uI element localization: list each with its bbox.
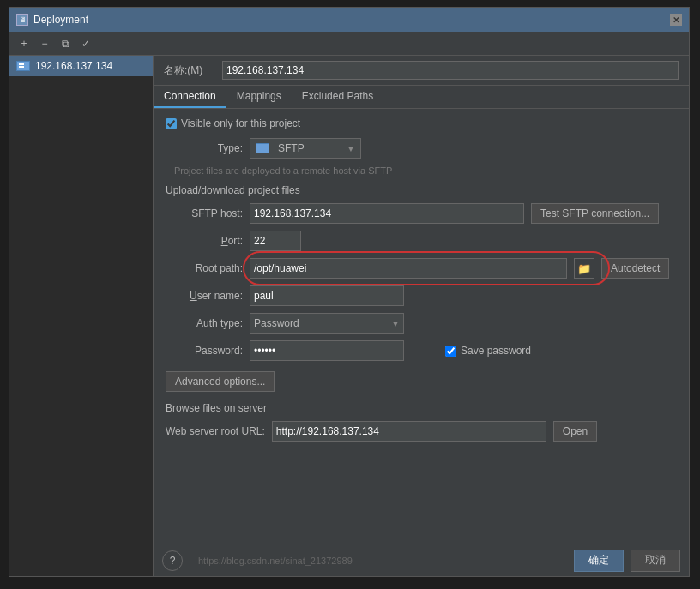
window-icon: 🖥 [16,14,28,26]
open-button[interactable]: Open [553,421,597,442]
password-row: Password: Save password [166,340,677,361]
chevron-down-icon: ▼ [347,144,355,153]
save-password-checkbox[interactable] [445,346,456,357]
username-row: User name: [166,285,677,306]
auth-type-label: Auth type: [166,317,243,329]
toolbar: + − ⧉ ✓ [9,32,689,56]
auth-type-select[interactable]: Password ▼ [250,313,404,334]
web-server-url-input[interactable] [272,421,546,442]
close-button[interactable]: ✕ [670,14,682,26]
name-label: 名称:(M) [164,63,215,78]
advanced-options-row: Advanced options... [166,371,677,392]
type-value: SFTP [278,142,305,154]
content-area: Visible only for this project Type: SFTP… [154,109,689,544]
root-path-row: Root path: 📁 Autodetect [166,258,677,279]
server-list: 192.168.137.134 [9,56,154,576]
password-input[interactable] [250,340,404,361]
type-select[interactable]: SFTP ▼ [250,138,361,159]
tabs: Connection Mappings Excluded Paths [154,86,689,109]
visible-checkbox[interactable] [166,118,177,129]
port-input[interactable] [250,231,301,251]
web-server-section: Browse files on server Web server root U… [166,402,677,442]
type-label: Type: [166,142,243,154]
bottom-bar: ? https://blog.csdn.net/sinat_21372989 确… [154,544,689,576]
root-path-input[interactable] [250,258,567,279]
sftp-host-input[interactable] [250,203,524,224]
password-label: Password: [166,345,243,357]
main-panel: 名称:(M) Connection Mappings Excluded Path… [154,56,689,576]
autodetect-button[interactable]: Autodetect [601,258,669,279]
folder-browse-button[interactable]: 📁 [574,258,594,279]
bottom-url-text: https://blog.csdn.net/sinat_21372989 [198,556,353,566]
cancel-button[interactable]: 取消 [631,550,680,572]
sftp-icon [256,143,269,153]
username-input[interactable] [250,285,404,306]
check-button[interactable]: ✓ [76,35,95,52]
port-row: Port: [166,231,677,251]
tab-connection[interactable]: Connection [154,86,226,108]
port-label: Port: [166,235,243,247]
name-row: 名称:(M) [154,56,689,86]
upload-section-title: Upload/download project files [166,184,677,196]
visible-checkbox-row: Visible only for this project [166,117,677,129]
test-sftp-button[interactable]: Test SFTP connection... [531,203,659,224]
web-server-title: Browse files on server [166,402,677,414]
save-password-row: Save password [445,345,531,357]
web-server-url-row: Web server root URL: Open [166,421,677,442]
add-button[interactable]: + [15,35,33,52]
server-item[interactable]: 192.168.137.134 [9,56,153,76]
auth-chevron-icon: ▼ [391,319,400,328]
confirm-button[interactable]: 确定 [574,550,624,572]
name-input[interactable] [222,61,679,80]
title-bar: 🖥 Deployment ✕ [9,8,689,32]
sftp-host-row: SFTP host: Test SFTP connection... [166,203,677,224]
advanced-options-button[interactable]: Advanced options... [166,371,275,392]
help-button[interactable]: ? [162,550,183,571]
window-title: Deployment [33,14,88,26]
server-icon [16,61,30,71]
visible-label: Visible only for this project [181,117,300,129]
tab-mappings[interactable]: Mappings [226,86,292,108]
type-hint: Project files are deployed to a remote h… [174,165,677,176]
root-path-label: Root path: [166,262,243,274]
copy-button[interactable]: ⧉ [56,35,75,52]
tab-excluded-paths[interactable]: Excluded Paths [292,86,383,108]
auth-type-value: Password [254,317,299,329]
type-row: Type: SFTP ▼ [166,138,677,159]
save-password-label: Save password [461,345,531,357]
server-item-label: 192.168.137.134 [35,60,112,72]
remove-button[interactable]: − [35,35,54,52]
sftp-host-label: SFTP host: [166,207,243,219]
username-label: User name: [166,290,243,302]
auth-type-row: Auth type: Password ▼ [166,313,677,334]
web-server-url-label: Web server root URL: [166,425,265,437]
root-path-wrap [250,258,567,279]
